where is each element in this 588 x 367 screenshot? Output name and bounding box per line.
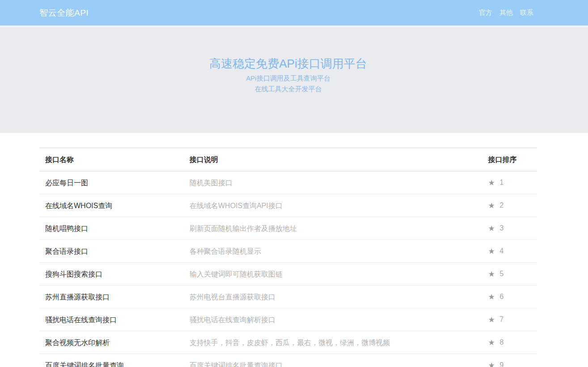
api-table-body: 必应每日一图 随机美图接口 ★ 1 在线域名WHOIS查询 在线域名WHOIS查…: [39, 171, 537, 367]
star-icon: ★: [488, 316, 495, 324]
hero-title: 高速稳定免费APi接口调用平台: [39, 56, 537, 71]
top-navbar: 智云全能API 官方其他联系: [0, 0, 588, 26]
rank-number: 6: [499, 293, 503, 300]
table-row[interactable]: 百度关键词排名批量查询 百度关键词排名批量查询接口 ★ 9: [39, 354, 537, 367]
star-icon: ★: [488, 270, 495, 278]
rank-number: 8: [499, 338, 503, 346]
api-name: 搜狗斗图搜索接口: [39, 263, 183, 286]
star-icon: ★: [488, 338, 495, 347]
table-header-row: 接口名称 接口说明 接口排序: [39, 148, 537, 171]
star-icon: ★: [488, 179, 495, 187]
site-logo[interactable]: 智云全能API: [39, 7, 89, 19]
table-row[interactable]: 苏州直播源获取接口 苏州电视台直播源获取接口 ★ 6: [39, 286, 537, 308]
hero-subtitle-line1: APi接口调用及工具查询平台: [39, 73, 537, 84]
api-name: 在线域名WHOIS查询: [39, 194, 183, 217]
rank-number: 2: [499, 201, 503, 209]
api-description: 刷新页面随机输出作者及播放地址: [183, 217, 482, 240]
rank-number: 3: [499, 224, 503, 232]
api-name: 必应每日一图: [39, 171, 183, 194]
hero-banner: 高速稳定免费APi接口调用平台 APi接口调用及工具查询平台 在线工具大全开发平…: [0, 26, 588, 133]
api-description: 各种聚合语录随机显示: [183, 240, 482, 263]
api-description: 在线域名WHOIS查询API接口: [183, 194, 482, 217]
column-header-name: 接口名称: [39, 148, 183, 171]
hero-subtitle-line2: 在线工具大全开发平台: [39, 84, 537, 94]
table-row[interactable]: 聚合视频无水印解析 支持快手，抖音，皮皮虾，西瓜，最右，微视，绿洲，微博视频 ★…: [39, 331, 537, 354]
column-header-rank: 接口排序: [482, 148, 537, 171]
rank-number: 1: [499, 179, 503, 186]
table-row[interactable]: 在线域名WHOIS查询 在线域名WHOIS查询API接口 ★ 2: [39, 194, 537, 217]
api-description: 支持快手，抖音，皮皮虾，西瓜，最右，微视，绿洲，微博视频: [183, 331, 482, 354]
api-rank-cell: ★ 1: [482, 171, 537, 194]
table-row[interactable]: 搜狗斗图搜索接口 输入关键词即可随机获取图链 ★ 5: [39, 263, 537, 286]
api-table: 接口名称 接口说明 接口排序 必应每日一图 随机美图接口 ★ 1 在线域名WHO…: [39, 148, 537, 367]
rank-number: 9: [499, 361, 503, 367]
column-header-description: 接口说明: [183, 148, 482, 171]
nav-link[interactable]: 官方: [475, 9, 496, 17]
api-name: 聚合视频无水印解析: [39, 331, 183, 354]
rank-number: 5: [499, 270, 503, 277]
table-row[interactable]: 必应每日一图 随机美图接口 ★ 1: [39, 171, 537, 194]
api-description: 苏州电视台直播源获取接口: [183, 286, 482, 308]
table-row[interactable]: 随机唱鸭接口 刷新页面随机输出作者及播放地址 ★ 3: [39, 217, 537, 240]
api-name: 苏州直播源获取接口: [39, 286, 183, 308]
api-description: 随机美图接口: [183, 171, 482, 194]
api-description: 输入关键词即可随机获取图链: [183, 263, 482, 286]
api-rank-cell: ★ 3: [482, 217, 537, 240]
api-name: 聚合语录接口: [39, 240, 183, 263]
navbar-links: 官方其他联系: [475, 9, 537, 17]
rank-number: 7: [499, 316, 503, 323]
api-rank-cell: ★ 2: [482, 194, 537, 217]
api-rank-cell: ★ 4: [482, 240, 537, 263]
star-icon: ★: [488, 293, 495, 301]
api-description: 百度关键词排名批量查询接口: [183, 354, 482, 367]
table-row[interactable]: 聚合语录接口 各种聚合语录随机显示 ★ 4: [39, 240, 537, 263]
api-rank-cell: ★ 8: [482, 331, 537, 354]
api-description: 骚扰电话在线查询解析接口: [183, 308, 482, 331]
table-row[interactable]: 骚扰电话在线查询接口 骚扰电话在线查询解析接口 ★ 7: [39, 308, 537, 331]
nav-link[interactable]: 联系: [516, 9, 537, 17]
api-rank-cell: ★ 5: [482, 263, 537, 286]
api-name: 骚扰电话在线查询接口: [39, 308, 183, 331]
star-icon: ★: [488, 361, 495, 367]
api-rank-cell: ★ 7: [482, 308, 537, 331]
rank-number: 4: [499, 247, 503, 255]
api-name: 百度关键词排名批量查询: [39, 354, 183, 367]
api-rank-cell: ★ 6: [482, 286, 537, 308]
nav-link[interactable]: 其他: [496, 9, 516, 17]
api-name: 随机唱鸭接口: [39, 217, 183, 240]
star-icon: ★: [488, 247, 495, 256]
api-list-section: 接口名称 接口说明 接口排序 必应每日一图 随机美图接口 ★ 1 在线域名WHO…: [39, 148, 537, 367]
star-icon: ★: [488, 224, 495, 233]
api-rank-cell: ★ 9: [482, 354, 537, 367]
star-icon: ★: [488, 201, 495, 210]
